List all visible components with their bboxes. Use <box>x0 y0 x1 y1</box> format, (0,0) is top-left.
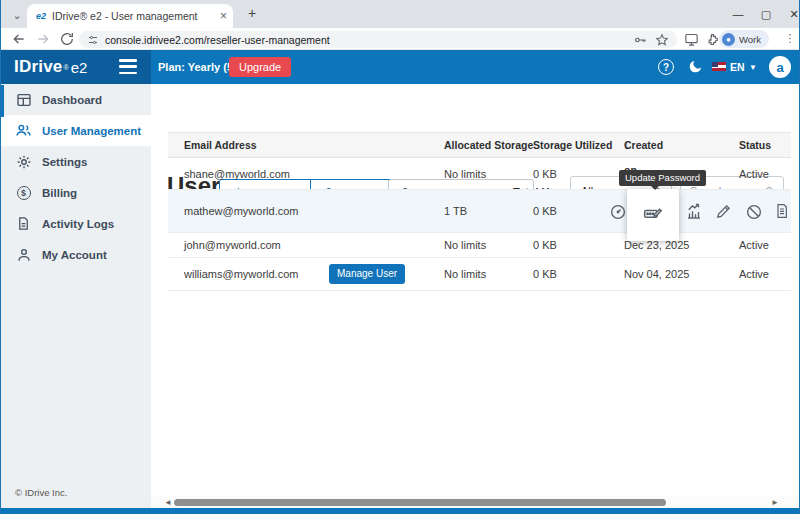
storage-utilized: 0 KB <box>533 233 557 258</box>
browser-toolbar: console.idrivee2.com/reseller-user-manag… <box>1 28 800 50</box>
browser-profile-chip[interactable]: ● Work <box>719 30 769 48</box>
allocated-storage: No limits <box>444 258 486 291</box>
address-bar[interactable]: console.idrivee2.com/reseller-user-manag… <box>79 31 677 48</box>
status-badge: Active <box>739 258 769 291</box>
manage-user-button[interactable]: Manage User <box>329 264 405 284</box>
tab-title: IDrive® e2 - User management <box>52 10 216 22</box>
main-content: Users Add User Invite Users View Disable… <box>151 84 800 508</box>
browser-tab[interactable]: e2 IDrive® e2 - User management × <box>27 4 233 28</box>
created-on: Nov 04, 2025 <box>624 258 689 291</box>
document-icon <box>15 215 32 232</box>
status-badge: Active <box>739 158 769 190</box>
sidebar: Dashboard User Management Settings $ Bil… <box>1 84 151 508</box>
sidebar-item-label: Activity Logs <box>42 218 114 230</box>
password-key-icon[interactable] <box>633 33 647 47</box>
url-text: console.idrivee2.com/reseller-user-manag… <box>105 34 625 46</box>
sidebar-item-label: Billing <box>42 187 77 199</box>
allocated-storage: 1 TB <box>444 190 467 233</box>
sidebar-scrollbar-thumb[interactable] <box>1 85 4 117</box>
tab-strip: ⌄ e2 IDrive® e2 - User management × + — … <box>1 0 800 28</box>
account-avatar[interactable]: a <box>769 56 791 78</box>
dark-mode-moon-icon[interactable] <box>687 59 703 75</box>
person-icon <box>15 246 32 263</box>
update-password-tooltip: Update Password <box>619 170 706 186</box>
logo-reg: ® <box>63 64 68 71</box>
status-badge: Active <box>739 233 769 258</box>
window-bottom-border <box>1 508 800 514</box>
sidebar-item-dashboard[interactable]: Dashboard <box>1 84 151 115</box>
allocated-storage: No limits <box>444 233 486 258</box>
reload-icon[interactable] <box>59 31 75 47</box>
storage-meter-icon[interactable] <box>609 203 627 221</box>
sidebar-item-label: Settings <box>42 156 87 168</box>
help-icon[interactable]: ? <box>658 59 674 75</box>
tab-close-icon[interactable]: × <box>220 9 227 23</box>
sidebar-item-label: My Account <box>42 249 107 261</box>
horizontal-scrollbar-thumb[interactable] <box>174 499 666 506</box>
profile-avatar-icon: ● <box>722 33 735 46</box>
forward-icon <box>35 31 51 47</box>
user-email: john@myworld.com <box>184 233 281 258</box>
back-icon[interactable] <box>11 31 27 47</box>
logo-text: IDrive <box>14 57 62 77</box>
maximize-button[interactable]: ▢ <box>751 0 781 28</box>
minimize-button[interactable]: — <box>723 0 753 28</box>
language-flag-icon[interactable] <box>712 62 726 71</box>
bookmark-star-icon[interactable] <box>655 33 669 47</box>
browser-window: ⌄ e2 IDrive® e2 - User management × + — … <box>0 0 800 514</box>
sidebar-item-user-management[interactable]: User Management <box>1 115 151 146</box>
allocated-storage: No limits <box>444 158 486 190</box>
user-email: mathew@myworld.com <box>184 190 298 233</box>
app-logo[interactable]: IDrive®e2 <box>1 50 151 84</box>
sidebar-item-my-account[interactable]: My Account <box>1 239 151 270</box>
dashboard-icon <box>15 91 32 108</box>
screen-share-icon[interactable] <box>684 32 699 47</box>
column-storage-utilized[interactable]: Storage Utilized <box>533 133 612 158</box>
user-email: shane@myworld.com <box>184 158 290 190</box>
language-label[interactable]: EN <box>730 61 745 73</box>
user-logs-icon[interactable] <box>774 203 792 221</box>
storage-utilized: 0 KB <box>533 158 557 190</box>
language-caret-icon[interactable]: ▼ <box>749 63 757 72</box>
browser-menu-icon[interactable]: ⋮ <box>784 31 796 47</box>
user-email: williams@myworld.com <box>184 258 298 291</box>
tab-search-icon[interactable]: ⌄ <box>9 7 25 23</box>
edit-pencil-icon[interactable] <box>715 203 733 221</box>
billing-dollar-icon: $ <box>15 184 32 201</box>
storage-utilized: 0 KB <box>533 190 557 233</box>
copyright-text: © IDrive Inc. <box>15 487 67 498</box>
sidebar-item-activity-logs[interactable]: Activity Logs <box>1 208 151 239</box>
sidebar-item-label: Dashboard <box>42 94 102 106</box>
users-icon <box>15 122 32 139</box>
usage-stats-icon[interactable] <box>685 203 703 221</box>
upgrade-button[interactable]: Upgrade <box>229 57 291 77</box>
sort-descending-icon: ↓ <box>624 133 629 158</box>
sidebar-item-billing[interactable]: $ Billing <box>1 177 151 208</box>
storage-utilized: 0 KB <box>533 258 557 291</box>
gear-icon <box>15 153 32 170</box>
update-password-icon[interactable] <box>643 203 661 221</box>
favicon: e2 <box>36 11 46 21</box>
site-settings-icon[interactable] <box>87 34 99 46</box>
app-header: IDrive®e2 Plan: Yearly (50 TB) Upgrade ?… <box>1 50 800 84</box>
column-status[interactable]: Status <box>739 133 771 158</box>
disable-user-icon[interactable] <box>745 203 763 221</box>
table-row[interactable]: john@myworld.com No limits 0 KB Dec 23, … <box>168 233 791 258</box>
sidebar-item-settings[interactable]: Settings <box>1 146 151 177</box>
scroll-left-icon[interactable]: ◄ <box>164 498 172 507</box>
hamburger-menu-icon[interactable] <box>119 59 137 74</box>
column-allocated-storage[interactable]: Allocated Storage <box>444 133 533 158</box>
new-tab-button[interactable]: + <box>244 6 260 22</box>
table-row[interactable]: williams@myworld.com Manage User No limi… <box>168 258 791 291</box>
window-close-button[interactable]: ✕ <box>779 0 800 28</box>
users-table: Email Address Allocated Storage Storage … <box>168 132 791 292</box>
table-header-row: Email Address Allocated Storage Storage … <box>168 132 791 158</box>
profile-name: Work <box>739 34 761 45</box>
sidebar-item-label: User Management <box>42 125 141 137</box>
column-email[interactable]: Email Address <box>184 133 257 158</box>
logo-suffix: e2 <box>71 59 88 76</box>
scroll-right-icon[interactable]: ► <box>771 498 779 507</box>
